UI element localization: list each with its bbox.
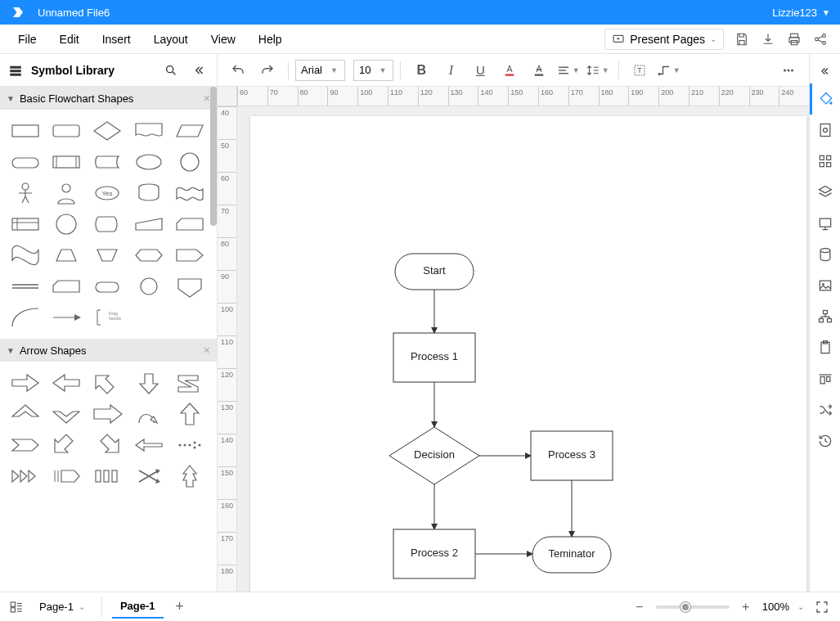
arrow-right[interactable] [8,370,43,396]
page-list-icon[interactable] [8,599,25,615]
shape-user[interactable] [49,180,83,206]
zoom-in-button[interactable]: + [738,599,754,615]
menu-file[interactable]: File [7,33,48,46]
fullscreen-button[interactable] [812,597,832,617]
shape-hexagon[interactable] [132,242,166,268]
arrow-striped[interactable] [49,463,83,489]
arrow-up[interactable] [173,401,207,427]
shape-tape[interactable] [173,180,207,206]
connector-button[interactable]: ▼ [655,58,683,83]
scrollbar-thumb[interactable] [210,87,217,226]
shape-trapezoid2[interactable] [90,242,124,268]
arrow-left-thin[interactable] [132,432,166,458]
font-select[interactable]: Arial▼ [295,60,345,81]
components-button[interactable] [810,146,840,177]
page-dropdown[interactable]: Page-1 ⌄ [33,597,92,616]
arrow-cross[interactable] [132,463,166,489]
shape-stored-data[interactable] [90,149,124,175]
arrow-triple-right[interactable] [8,463,43,489]
page-setup-button[interactable] [810,115,840,146]
shape-diamond[interactable] [90,118,124,144]
page[interactable]: Start Process 1 Decision [250,116,806,592]
arrow-chevron-down[interactable] [49,401,83,427]
clipboard-button[interactable] [810,332,840,363]
file-title[interactable]: Unnamed File6 [38,7,110,19]
fill-panel-button[interactable] [810,83,840,115]
collapse-left-icon[interactable] [189,61,209,80]
arrow-dotted[interactable] [173,432,207,458]
line-spacing-button[interactable]: ▼ [584,58,612,83]
add-page-button[interactable]: + [170,597,190,617]
shape-arrow-line[interactable] [49,304,83,331]
menu-insert[interactable]: Insert [91,33,142,46]
share-button[interactable] [807,26,833,52]
shape-cylinder-h[interactable] [90,211,124,237]
arrow-pentagon[interactable] [8,432,43,458]
present-pages-button[interactable]: Present Pages ⌄ [604,29,724,50]
arrow-down[interactable] [132,370,166,396]
canvas-viewport[interactable]: Start Process 1 Decision [237,106,809,592]
presentation-button[interactable] [810,208,840,239]
layers-button[interactable] [810,177,840,208]
print-button[interactable] [781,26,807,52]
align-button[interactable]: ▼ [555,58,582,83]
zoom-slider-knob[interactable] [681,602,690,612]
redo-button[interactable] [254,58,281,83]
zoom-out-button[interactable]: − [631,599,648,615]
more-button[interactable] [775,58,802,83]
image-button[interactable] [810,270,840,301]
shape-cylinder[interactable] [132,180,166,206]
shape-trapezoid[interactable] [49,242,83,268]
shape-document[interactable] [132,118,166,144]
shape-offpage[interactable] [173,273,207,299]
collapse-right-icon[interactable] [810,59,840,83]
arrow-up-left[interactable] [90,370,124,396]
shape-pill[interactable] [90,273,124,299]
user-menu[interactable]: Lizzie123 ▼ [772,7,830,19]
text-tool-button[interactable]: T [626,58,654,83]
shape-arc[interactable] [8,304,43,331]
arrow-chevron-up[interactable] [8,401,43,427]
shape-rounded-rect[interactable] [49,118,83,144]
menu-edit[interactable]: Edit [48,33,91,46]
arrow-z[interactable] [173,370,207,396]
arrow-down-right[interactable] [90,432,124,458]
save-button[interactable] [729,26,755,52]
section-flowchart-header[interactable]: ▼ Basic Flowchart Shapes × [0,87,217,110]
highlight-button[interactable]: A [525,58,553,83]
close-icon[interactable]: × [204,92,210,105]
shape-internal-storage[interactable] [8,211,43,237]
bold-button[interactable]: B [407,58,435,83]
menu-layout[interactable]: Layout [142,33,200,46]
shape-pentagon-right[interactable] [173,242,207,268]
data-button[interactable] [810,239,840,270]
shape-terminator[interactable] [8,149,43,175]
org-button[interactable] [810,301,840,332]
shape-double-line[interactable] [8,273,43,299]
shape-card[interactable] [173,211,207,237]
shape-circle2[interactable] [49,211,83,237]
shape-circle[interactable] [173,149,207,175]
history-button[interactable] [810,425,840,457]
shape-yes-badge[interactable]: Yes [90,180,124,206]
shape-manual-input[interactable] [132,211,166,237]
page-tab-1[interactable]: Page-1 [112,595,164,619]
export-button[interactable] [755,26,781,52]
shuffle-button[interactable] [810,394,840,425]
undo-button[interactable] [224,58,252,83]
menu-view[interactable]: View [200,33,247,46]
shape-parallelogram[interactable] [173,118,207,144]
menu-help[interactable]: Help [247,33,294,46]
underline-button[interactable]: U [466,58,494,83]
font-color-button[interactable]: A [496,58,523,83]
zoom-slider[interactable] [656,605,730,609]
shape-rectangle[interactable] [8,118,43,144]
shape-wave[interactable] [8,242,43,268]
search-icon[interactable] [161,61,181,80]
close-icon[interactable]: × [204,344,210,357]
shape-ellipse[interactable] [132,149,166,175]
align-distribute-button[interactable] [810,363,840,394]
shape-actor[interactable] [8,180,43,206]
arrow-right-wide[interactable] [90,401,124,427]
arrow-left[interactable] [49,370,83,396]
